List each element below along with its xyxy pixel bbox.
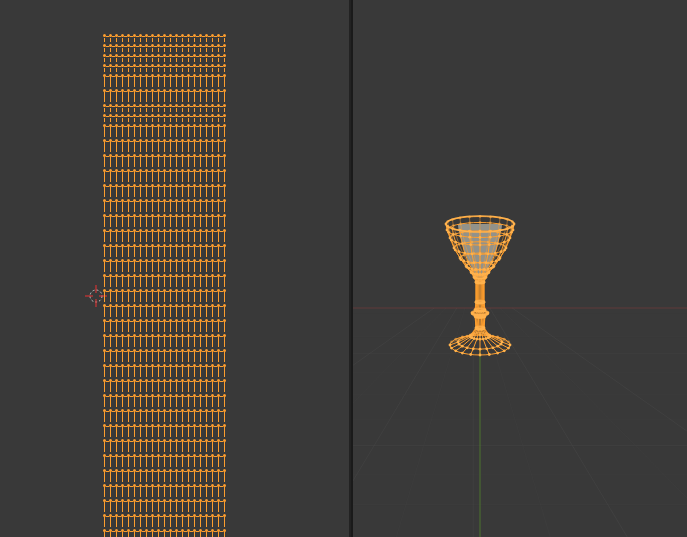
svg-point-83 — [495, 260, 498, 263]
viewport-canvas[interactable] — [353, 0, 687, 537]
svg-point-111 — [492, 346, 495, 349]
svg-point-161 — [476, 338, 479, 341]
svg-point-289 — [476, 268, 479, 271]
svg-point-127 — [482, 338, 485, 341]
svg-point-197 — [454, 349, 457, 352]
uv-unwrap-mesh[interactable] — [103, 32, 226, 537]
svg-point-288 — [474, 261, 477, 264]
svg-point-384 — [507, 341, 510, 344]
svg-point-183 — [454, 241, 457, 244]
svg-point-335 — [498, 223, 501, 226]
svg-point-272 — [473, 269, 476, 272]
svg-point-65 — [503, 249, 506, 252]
uv-image-editor[interactable] — [0, 0, 351, 537]
svg-point-316 — [479, 334, 482, 337]
svg-point-284 — [468, 221, 471, 224]
svg-point-303 — [479, 240, 482, 243]
svg-point-94 — [496, 345, 499, 348]
svg-point-46 — [512, 229, 515, 232]
svg-point-97 — [498, 235, 501, 238]
svg-point-162 — [472, 347, 475, 350]
svg-point-318 — [489, 221, 492, 224]
svg-point-377 — [482, 300, 485, 303]
svg-point-129 — [488, 353, 491, 356]
svg-point-282 — [461, 336, 464, 339]
svg-point-270 — [467, 253, 470, 256]
svg-point-112 — [496, 352, 499, 355]
svg-point-165 — [459, 235, 462, 238]
svg-point-132 — [479, 244, 482, 247]
svg-point-163 — [469, 353, 472, 356]
svg-point-265 — [454, 338, 457, 341]
svg-point-95 — [503, 349, 506, 352]
svg-point-180 — [461, 352, 464, 355]
svg-point-337 — [494, 242, 497, 245]
svg-point-298 — [472, 334, 475, 337]
svg-point-149 — [469, 243, 472, 246]
svg-point-267 — [459, 223, 462, 226]
svg-point-374 — [487, 270, 490, 273]
svg-point-352 — [505, 224, 508, 227]
svg-point-269 — [463, 242, 466, 245]
svg-point-196 — [461, 345, 464, 348]
svg-point-248 — [450, 341, 453, 344]
svg-point-339 — [487, 262, 490, 265]
svg-point-66 — [498, 258, 501, 261]
svg-point-382 — [488, 334, 491, 337]
svg-point-301 — [479, 221, 482, 224]
uv-canvas[interactable] — [0, 0, 349, 537]
svg-point-381 — [482, 326, 485, 329]
svg-point-320 — [487, 241, 490, 244]
svg-point-286 — [471, 241, 474, 244]
svg-point-145 — [479, 348, 482, 351]
svg-point-251 — [454, 232, 457, 235]
svg-point-82 — [500, 250, 503, 253]
svg-point-0 — [90, 290, 102, 302]
svg-point-84 — [490, 267, 493, 270]
svg-point-77 — [500, 343, 503, 346]
svg-point-64 — [507, 239, 510, 242]
svg-point-367 — [503, 338, 506, 341]
svg-point-366 — [496, 336, 499, 339]
svg-point-378 — [483, 308, 486, 311]
svg-point-372 — [498, 255, 501, 258]
goblet-wireframe[interactable] — [353, 0, 687, 537]
svg-point-338 — [490, 253, 493, 256]
svg-point-253 — [462, 254, 465, 257]
svg-point-371 — [503, 245, 506, 248]
svg-point-380 — [483, 314, 486, 317]
svg-point-254 — [467, 262, 470, 265]
svg-point-297 — [476, 332, 479, 335]
svg-point-146 — [479, 354, 482, 357]
svg-point-184 — [458, 250, 461, 253]
svg-point-299 — [469, 334, 472, 337]
svg-point-81 — [503, 241, 506, 244]
3d-viewport[interactable] — [353, 0, 687, 537]
svg-point-375 — [484, 275, 487, 278]
svg-point-306 — [479, 268, 482, 271]
svg-point-271 — [470, 262, 473, 265]
svg-point-61 — [509, 344, 512, 347]
svg-point-383 — [500, 338, 503, 341]
svg-point-321 — [485, 252, 488, 255]
svg-point-353 — [503, 232, 506, 235]
svg-point-78 — [507, 347, 510, 350]
svg-point-305 — [479, 261, 482, 264]
svg-point-250 — [452, 224, 455, 227]
svg-point-287 — [472, 252, 475, 255]
svg-point-199 — [447, 231, 450, 234]
svg-point-379 — [486, 311, 489, 314]
svg-point-349 — [492, 335, 495, 338]
svg-point-231 — [449, 344, 452, 347]
svg-point-110 — [484, 337, 487, 340]
svg-point-370 — [507, 234, 510, 237]
svg-point-148 — [468, 236, 471, 239]
svg-point-355 — [495, 254, 498, 257]
svg-point-128 — [485, 347, 488, 350]
svg-point-376 — [482, 280, 485, 283]
svg-point-115 — [488, 243, 491, 246]
svg-point-235 — [454, 245, 457, 248]
svg-point-322 — [483, 261, 486, 264]
svg-point-216 — [446, 229, 449, 232]
svg-point-281 — [466, 335, 469, 338]
